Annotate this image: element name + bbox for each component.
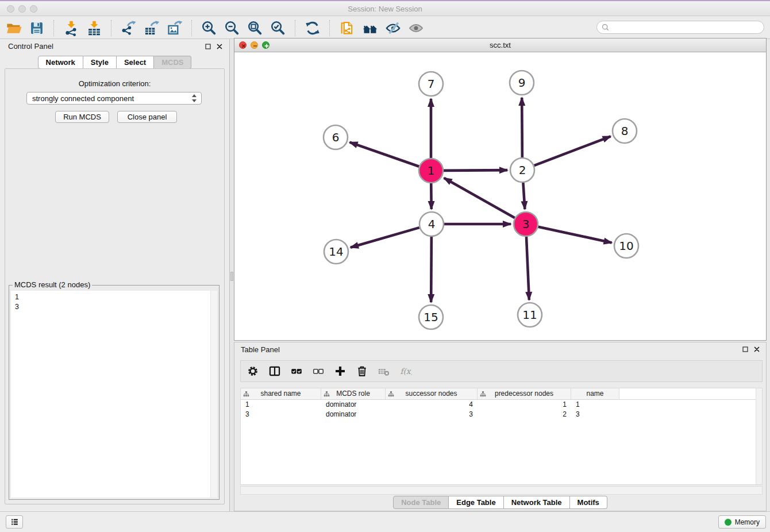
result-scrollbar[interactable] bbox=[210, 291, 217, 498]
import-network-icon bbox=[63, 20, 79, 36]
column-header-MCDS-role[interactable]: MCDS role bbox=[321, 388, 386, 399]
graph-node-2[interactable]: 2 bbox=[510, 158, 534, 182]
run-mcds-button[interactable]: Run MCDS bbox=[55, 111, 109, 123]
edge-1-2[interactable] bbox=[444, 170, 507, 171]
column-header-predecessor-nodes[interactable]: predecessor nodes bbox=[478, 388, 571, 399]
task-history-button[interactable] bbox=[6, 515, 23, 529]
table-horizontal-scrollbar[interactable] bbox=[240, 486, 763, 495]
cell-MCDS-role[interactable]: dominator bbox=[321, 410, 386, 419]
cell-name[interactable]: 1 bbox=[571, 400, 619, 410]
memory-label: Memory bbox=[735, 518, 760, 526]
edge-3-10[interactable] bbox=[538, 227, 611, 243]
edge-2-8[interactable] bbox=[534, 136, 611, 165]
cell-shared-name[interactable]: 1 bbox=[241, 400, 321, 410]
delete-column-button[interactable] bbox=[355, 364, 369, 379]
delete-table-icon bbox=[378, 365, 390, 377]
zoom-out-button[interactable] bbox=[221, 18, 244, 38]
table-vertical-scrollbar[interactable] bbox=[756, 388, 762, 484]
cell-shared-name[interactable]: 3 bbox=[241, 410, 321, 419]
graph-node-6[interactable]: 6 bbox=[324, 125, 348, 149]
tab-motifs[interactable]: Motifs bbox=[570, 496, 607, 509]
import-table-button[interactable] bbox=[83, 18, 106, 38]
zoom-fit-button[interactable] bbox=[244, 18, 267, 38]
hide-selected-button[interactable] bbox=[382, 18, 405, 38]
panel-splitter[interactable] bbox=[230, 39, 234, 511]
splitter-handle-icon[interactable] bbox=[230, 272, 233, 281]
cell-predecessor-nodes[interactable]: 2 bbox=[478, 410, 571, 419]
edge-1-6[interactable] bbox=[350, 142, 419, 167]
table-panel-float-icon[interactable] bbox=[742, 346, 749, 353]
export-image-button[interactable] bbox=[163, 18, 186, 38]
zoom-selected-button[interactable] bbox=[267, 18, 290, 38]
show-all-button[interactable] bbox=[405, 18, 428, 38]
column-header-successor-nodes[interactable]: successor nodes bbox=[386, 388, 478, 399]
graph-node-11[interactable]: 11 bbox=[518, 303, 542, 327]
control-panel-float-icon[interactable] bbox=[205, 43, 211, 50]
split-view-button[interactable] bbox=[267, 364, 282, 379]
control-panel-close-icon[interactable] bbox=[216, 43, 223, 50]
open-session-button[interactable] bbox=[2, 18, 25, 38]
add-column-button[interactable] bbox=[333, 364, 348, 379]
criterion-value: strongly connected component bbox=[32, 94, 134, 103]
table-row[interactable]: 3dominator323 bbox=[241, 410, 762, 419]
tab-network[interactable]: Network bbox=[38, 56, 83, 69]
import-network-button[interactable] bbox=[60, 18, 83, 38]
cell-successor-nodes[interactable]: 3 bbox=[386, 410, 478, 419]
save-session-button[interactable] bbox=[25, 18, 48, 38]
first-neighbors-button[interactable] bbox=[359, 18, 382, 38]
clone-network-button[interactable] bbox=[336, 18, 359, 38]
tab-style[interactable]: Style bbox=[83, 56, 117, 69]
memory-button[interactable]: Memory bbox=[718, 515, 766, 529]
network-graph[interactable]: 7968124314101511 bbox=[234, 52, 766, 340]
svg-text:10: 10 bbox=[619, 239, 633, 253]
edge-3-1[interactable] bbox=[444, 178, 515, 218]
deselect-all-button[interactable] bbox=[311, 364, 326, 379]
graph-node-9[interactable]: 9 bbox=[510, 71, 534, 95]
network-window-titlebar[interactable]: scc.txt bbox=[234, 38, 766, 52]
edge-2-3[interactable] bbox=[523, 183, 525, 209]
column-header-shared-name[interactable]: shared name bbox=[241, 388, 321, 399]
node-table[interactable]: shared nameMCDS rolesuccessor nodesprede… bbox=[240, 388, 763, 485]
column-header-name[interactable]: name bbox=[571, 388, 619, 399]
tab-mcds[interactable]: MCDS bbox=[154, 56, 191, 69]
graph-node-3[interactable]: 3 bbox=[514, 212, 538, 236]
tab-edge-table[interactable]: Edge Table bbox=[449, 496, 503, 509]
edge-2-9[interactable] bbox=[522, 98, 522, 157]
function-builder-icon bbox=[399, 365, 412, 377]
cell-successor-nodes[interactable]: 4 bbox=[386, 400, 478, 410]
graph-node-1[interactable]: 1 bbox=[419, 159, 443, 183]
select-all-button[interactable] bbox=[289, 364, 304, 379]
export-network-button[interactable] bbox=[117, 18, 140, 38]
column-label: predecessor nodes bbox=[495, 390, 553, 398]
graph-node-15[interactable]: 15 bbox=[419, 305, 443, 329]
zoom-in-button[interactable] bbox=[198, 18, 221, 38]
graph-node-14[interactable]: 14 bbox=[324, 240, 348, 264]
graph-node-4[interactable]: 4 bbox=[419, 212, 444, 236]
mcds-result-textarea[interactable]: 1 3 bbox=[11, 291, 217, 498]
table-row[interactable]: 1dominator411 bbox=[241, 400, 762, 410]
tab-network-table[interactable]: Network Table bbox=[504, 496, 570, 509]
graph-node-7[interactable]: 7 bbox=[419, 72, 443, 96]
table-panel-close-icon[interactable] bbox=[753, 346, 760, 353]
svg-text:14: 14 bbox=[329, 245, 343, 259]
settings-button[interactable] bbox=[245, 364, 260, 379]
cell-name[interactable]: 3 bbox=[571, 410, 619, 419]
edge-4-15[interactable] bbox=[431, 237, 432, 302]
graph-node-10[interactable]: 10 bbox=[614, 234, 638, 258]
refresh-button[interactable] bbox=[301, 18, 324, 38]
edge-4-14[interactable] bbox=[351, 228, 419, 248]
cell-predecessor-nodes[interactable]: 1 bbox=[478, 400, 571, 410]
criterion-select[interactable]: strongly connected component bbox=[26, 92, 202, 105]
tab-node-table[interactable]: Node Table bbox=[393, 496, 449, 509]
graph-node-8[interactable]: 8 bbox=[613, 119, 637, 143]
svg-text:9: 9 bbox=[518, 76, 526, 90]
svg-text:4: 4 bbox=[428, 217, 436, 231]
export-table-button[interactable] bbox=[140, 18, 163, 38]
search-box[interactable] bbox=[596, 21, 764, 34]
tab-select[interactable]: Select bbox=[117, 56, 154, 69]
close-panel-button[interactable]: Close panel bbox=[117, 111, 177, 123]
save-session-icon bbox=[29, 20, 45, 36]
search-input[interactable] bbox=[613, 22, 759, 34]
edge-3-11[interactable] bbox=[526, 237, 529, 300]
cell-MCDS-role[interactable]: dominator bbox=[321, 400, 386, 410]
